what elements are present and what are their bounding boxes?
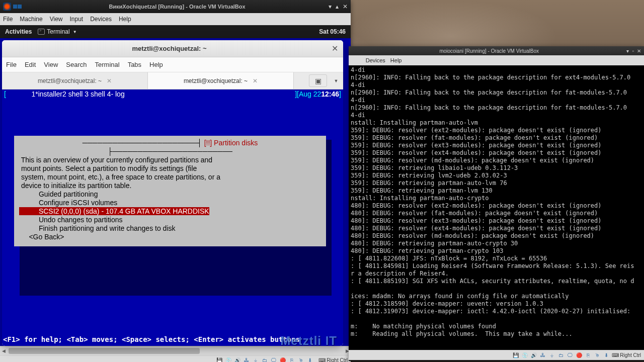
vm1-menubar: File Machine View Input Devices Help bbox=[0, 13, 351, 25]
terminal-tab-1[interactable]: metztli@xochiquetzal: ~ ✕ bbox=[2, 72, 148, 89]
vm2-title-text: moiocoiani [Running] - Oracle VM Virtual… bbox=[352, 48, 626, 54]
activities-button[interactable]: Activities bbox=[5, 28, 32, 35]
clock[interactable]: Sat 05:46 bbox=[319, 28, 346, 35]
terminal-tabs: metztli@xochiquetzal: ~ ✕ metztli@xochiq… bbox=[2, 72, 343, 89]
watermark: Metztli IT bbox=[280, 336, 337, 345]
guest-hscrollbar[interactable]: ◀ ▶ bbox=[0, 346, 351, 355]
keyboard-icon[interactable]: ⬇ bbox=[306, 357, 313, 363]
terminal-titlebar[interactable]: metztli@xochiquetzal: ~ ✕ bbox=[2, 40, 343, 57]
close-icon[interactable]: ✕ bbox=[343, 3, 348, 10]
scrollbar-thumb[interactable] bbox=[9, 348, 200, 354]
minimize-icon[interactable]: ▾ bbox=[329, 3, 332, 10]
network-icon[interactable]: 🖧 bbox=[539, 352, 546, 359]
cpu-icon[interactable]: ⎘ bbox=[288, 357, 295, 363]
cpu-icon[interactable]: ⎘ bbox=[585, 352, 592, 359]
opt-guided[interactable]: Guided partitioning bbox=[19, 190, 321, 199]
audio-icon[interactable]: 🔊 bbox=[530, 352, 537, 359]
network-icon[interactable]: 🖧 bbox=[243, 357, 250, 363]
tmenu-help[interactable]: Help bbox=[149, 61, 163, 68]
hostkey-label[interactable]: ⌨ Right Ctrl bbox=[318, 357, 348, 362]
terminal-tab-2[interactable]: metztli@xochiquetzal: ~ ✕ bbox=[148, 72, 294, 89]
terminal-menubar: File Edit View Search Terminal Tabs Help bbox=[2, 57, 343, 72]
menu-machine[interactable]: Machine bbox=[20, 16, 42, 23]
minimize-icon[interactable]: ▾ bbox=[626, 48, 629, 54]
tmenu-tabs[interactable]: Tabs bbox=[128, 61, 141, 68]
go-back-button[interactable]: <Go Back> bbox=[19, 233, 321, 241]
terminal-window: metztli@xochiquetzal: ~ ✕ File Edit View… bbox=[2, 40, 343, 346]
installer-help-line: <F1> for help; <Tab> moves; <Space> sele… bbox=[3, 335, 300, 344]
mouse-icon[interactable]: 🖰 bbox=[297, 357, 304, 363]
hdd-icon[interactable]: 💾 bbox=[216, 357, 223, 363]
new-tab-button[interactable]: ▣ bbox=[309, 74, 327, 87]
optical-icon[interactable]: 💿 bbox=[521, 352, 528, 359]
active-app-indicator[interactable]: Terminal ▼ bbox=[38, 28, 76, 35]
display-icon[interactable]: 🖵 bbox=[270, 357, 277, 363]
menu-devices[interactable]: Devices bbox=[90, 16, 112, 23]
maximize-icon[interactable]: ▴ bbox=[336, 3, 339, 10]
dialog-title: ───────────────────────┤ [!!] Partition … bbox=[19, 139, 321, 156]
virtualbox-icon bbox=[3, 3, 11, 11]
tab-close-icon[interactable]: ✕ bbox=[107, 77, 112, 84]
hdd-icon[interactable]: 💾 bbox=[512, 352, 519, 359]
tmenu-edit[interactable]: Edit bbox=[25, 61, 36, 68]
scroll-left-icon[interactable]: ◀ bbox=[0, 348, 7, 353]
tmenu-search[interactable]: Search bbox=[66, 61, 87, 68]
gnome-topbar: Activities Terminal ▼ Sat 05:46 bbox=[0, 25, 351, 38]
opt-finish[interactable]: Finish partitioning and write changes to… bbox=[19, 224, 321, 233]
shared-folders-icon[interactable]: 🗀 bbox=[557, 352, 565, 359]
terminal-title: metztli@xochiquetzal: ~ bbox=[7, 45, 332, 52]
opt-disk-selected[interactable]: SCSI2 (0,0,0) (sda) - 107.4 GB ATA VBOX … bbox=[19, 207, 321, 216]
terminal-icon bbox=[38, 29, 45, 35]
recording-icon[interactable]: 🔴 bbox=[576, 352, 583, 359]
vm2-titlebar[interactable]: moiocoiani [Running] - Oracle VM Virtual… bbox=[349, 46, 644, 55]
tmenu-terminal[interactable]: Terminal bbox=[95, 61, 120, 68]
maximize-icon[interactable]: ▫ bbox=[632, 48, 634, 54]
tmenu-view[interactable]: View bbox=[44, 61, 58, 68]
keyboard-icon[interactable]: ⬇ bbox=[603, 352, 610, 359]
menu-devices[interactable]: Devices bbox=[366, 57, 385, 63]
vm2-menubar: File Devices Help bbox=[349, 55, 644, 65]
vm1-window: ВикиXochiquetzal [Running] - Oracle VM V… bbox=[0, 0, 351, 361]
menu-input[interactable]: Input bbox=[70, 16, 84, 23]
tab-close-icon[interactable]: ✕ bbox=[253, 77, 258, 84]
vm2-window: moiocoiani [Running] - Oracle VM Virtual… bbox=[349, 46, 644, 361]
audio-icon[interactable]: 🔊 bbox=[234, 357, 241, 363]
vm1-titlebar[interactable]: ВикиXochiquetzal [Running] - Oracle VM V… bbox=[0, 0, 351, 13]
vm1-title-text: ВикиXochiquetzal [Running] - Oracle VM V… bbox=[26, 4, 329, 10]
tab-menu-button[interactable]: ▼ bbox=[329, 72, 343, 89]
usb-icon[interactable]: ⏚ bbox=[548, 352, 555, 359]
usb-icon[interactable]: ⏚ bbox=[252, 357, 259, 363]
display-icon[interactable]: 🖵 bbox=[567, 352, 574, 359]
mouse-icon[interactable]: 🖰 bbox=[594, 352, 601, 359]
close-icon[interactable]: ✕ bbox=[332, 44, 338, 53]
shared-folders-icon[interactable]: 🗀 bbox=[261, 357, 268, 363]
menu-help[interactable]: Help bbox=[119, 16, 131, 23]
menu-view[interactable]: View bbox=[50, 16, 63, 23]
opt-iscsi[interactable]: Configure iSCSI volumes bbox=[19, 199, 321, 207]
menu-help[interactable]: Help bbox=[390, 57, 402, 63]
hostkey-label[interactable]: ⌨ Right Ctrl bbox=[612, 352, 641, 358]
recording-icon[interactable]: 🔴 bbox=[279, 357, 286, 363]
menu-file[interactable]: File bbox=[3, 16, 13, 23]
opt-undo[interactable]: Undo changes to partitions bbox=[19, 216, 321, 224]
chevron-down-icon: ▼ bbox=[73, 30, 77, 34]
optical-icon[interactable]: 💿 bbox=[225, 357, 232, 363]
guest-display: metztli@xochiquetzal: ~ ✕ File Edit View… bbox=[0, 38, 351, 346]
partition-dialog[interactable]: ───────────────────────┤ [!!] Partition … bbox=[14, 136, 326, 246]
vm2-console[interactable]: 4-di n[2960]: INFO: Falling back to the … bbox=[349, 65, 644, 350]
tmux-statusbar: [ 1*installer 2 shell 3 shell 4- log ][ … bbox=[2, 89, 343, 99]
tmenu-file[interactable]: File bbox=[6, 61, 17, 68]
vm1-statusbar: 💾 💿 🔊 🖧 ⏚ 🗀 🖵 🔴 ⎘ 🖰 ⬇ ⌨ Right Ctrl bbox=[0, 355, 351, 362]
vm-preview-icon bbox=[13, 5, 22, 9]
close-icon[interactable]: ✕ bbox=[637, 48, 641, 54]
vm2-statusbar: 💾 💿 🔊 🖧 ⏚ 🗀 🖵 🔴 ⎘ 🖰 ⬇ ⌨ Right Ctrl bbox=[349, 350, 644, 360]
terminal-content[interactable]: [ 1*installer 2 shell 3 shell 4- log ][ … bbox=[2, 89, 343, 346]
